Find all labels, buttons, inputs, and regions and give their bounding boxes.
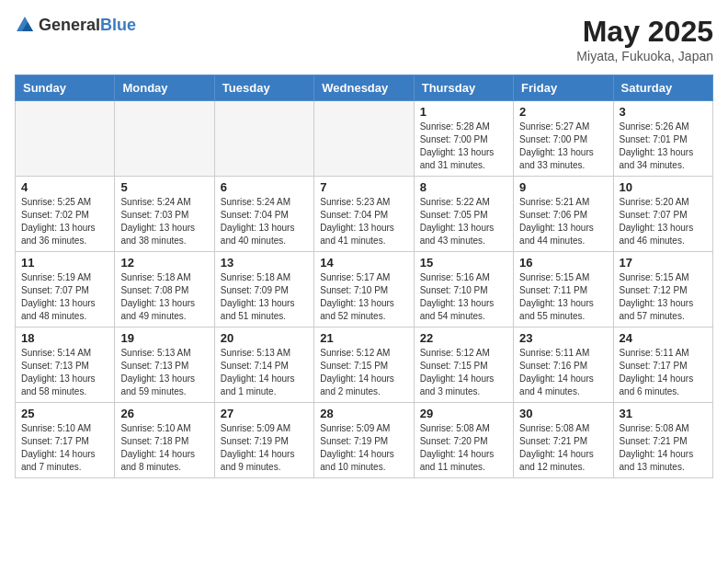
day-number: 12	[120, 256, 208, 270]
day-number: 19	[120, 331, 208, 345]
day-info: Sunrise: 5:08 AM Sunset: 7:21 PM Dayligh…	[519, 422, 607, 474]
day-info: Sunrise: 5:12 AM Sunset: 7:15 PM Dayligh…	[420, 347, 507, 398]
calendar-day-cell: 18Sunrise: 5:14 AM Sunset: 7:13 PM Dayli…	[16, 327, 115, 403]
weekday-header-wednesday: Wednesday	[314, 75, 414, 101]
logo-icon	[15, 15, 35, 35]
calendar-week-row: 25Sunrise: 5:10 AM Sunset: 7:17 PM Dayli…	[16, 403, 713, 478]
logo-text: GeneralBlue	[39, 16, 136, 35]
day-number: 21	[320, 331, 407, 345]
month-year-title: May 2025	[576, 15, 713, 49]
day-number: 30	[519, 407, 607, 420]
calendar-day-cell	[314, 101, 414, 177]
day-number: 11	[21, 256, 108, 270]
day-info: Sunrise: 5:24 AM Sunset: 7:04 PM Dayligh…	[221, 196, 308, 247]
day-info: Sunrise: 5:18 AM Sunset: 7:08 PM Dayligh…	[120, 271, 208, 323]
calendar-day-cell: 4Sunrise: 5:25 AM Sunset: 7:02 PM Daylig…	[16, 177, 115, 252]
title-block: May 2025 Miyata, Fukuoka, Japan	[576, 15, 713, 63]
calendar-day-cell: 8Sunrise: 5:22 AM Sunset: 7:05 PM Daylig…	[414, 177, 513, 252]
day-number: 5	[120, 180, 208, 194]
day-number: 28	[320, 407, 407, 420]
day-number: 26	[120, 407, 208, 420]
calendar-week-row: 18Sunrise: 5:14 AM Sunset: 7:13 PM Dayli…	[16, 327, 713, 403]
day-number: 22	[420, 331, 507, 345]
day-number: 1	[420, 105, 507, 119]
calendar-day-cell: 14Sunrise: 5:17 AM Sunset: 7:10 PM Dayli…	[314, 252, 414, 327]
calendar-day-cell: 23Sunrise: 5:11 AM Sunset: 7:16 PM Dayli…	[514, 327, 613, 403]
day-info: Sunrise: 5:13 AM Sunset: 7:14 PM Dayligh…	[221, 347, 308, 398]
calendar-day-cell: 30Sunrise: 5:08 AM Sunset: 7:21 PM Dayli…	[514, 403, 613, 478]
day-number: 16	[519, 256, 607, 270]
day-info: Sunrise: 5:23 AM Sunset: 7:04 PM Dayligh…	[320, 196, 407, 247]
day-info: Sunrise: 5:11 AM Sunset: 7:17 PM Dayligh…	[620, 347, 707, 398]
calendar-day-cell: 24Sunrise: 5:11 AM Sunset: 7:17 PM Dayli…	[613, 327, 712, 403]
day-number: 10	[620, 180, 707, 194]
calendar-day-cell: 16Sunrise: 5:15 AM Sunset: 7:11 PM Dayli…	[514, 252, 613, 327]
day-info: Sunrise: 5:25 AM Sunset: 7:02 PM Dayligh…	[21, 196, 108, 247]
location-subtitle: Miyata, Fukuoka, Japan	[576, 49, 713, 63]
calendar-day-cell: 15Sunrise: 5:16 AM Sunset: 7:10 PM Dayli…	[414, 252, 513, 327]
weekday-header-saturday: Saturday	[613, 75, 712, 101]
calendar-day-cell: 6Sunrise: 5:24 AM Sunset: 7:04 PM Daylig…	[214, 177, 313, 252]
day-number: 27	[221, 407, 308, 420]
calendar-day-cell: 1Sunrise: 5:28 AM Sunset: 7:00 PM Daylig…	[414, 101, 513, 177]
day-number: 25	[21, 407, 108, 420]
day-number: 23	[519, 331, 607, 345]
day-info: Sunrise: 5:24 AM Sunset: 7:03 PM Dayligh…	[120, 196, 208, 247]
calendar-day-cell: 20Sunrise: 5:13 AM Sunset: 7:14 PM Dayli…	[214, 327, 313, 403]
day-info: Sunrise: 5:09 AM Sunset: 7:19 PM Dayligh…	[221, 422, 308, 474]
day-info: Sunrise: 5:14 AM Sunset: 7:13 PM Dayligh…	[21, 347, 108, 398]
calendar-day-cell: 21Sunrise: 5:12 AM Sunset: 7:15 PM Dayli…	[314, 327, 414, 403]
day-number: 29	[420, 407, 507, 420]
calendar-week-row: 11Sunrise: 5:19 AM Sunset: 7:07 PM Dayli…	[16, 252, 713, 327]
day-info: Sunrise: 5:11 AM Sunset: 7:16 PM Dayligh…	[519, 347, 607, 398]
calendar-day-cell: 3Sunrise: 5:26 AM Sunset: 7:01 PM Daylig…	[613, 101, 712, 177]
day-info: Sunrise: 5:26 AM Sunset: 7:01 PM Dayligh…	[620, 121, 707, 172]
day-info: Sunrise: 5:12 AM Sunset: 7:15 PM Dayligh…	[320, 347, 407, 398]
calendar-week-row: 1Sunrise: 5:28 AM Sunset: 7:00 PM Daylig…	[16, 101, 713, 177]
day-info: Sunrise: 5:17 AM Sunset: 7:10 PM Dayligh…	[320, 271, 407, 323]
calendar-day-cell: 17Sunrise: 5:15 AM Sunset: 7:12 PM Dayli…	[613, 252, 712, 327]
day-info: Sunrise: 5:10 AM Sunset: 7:17 PM Dayligh…	[21, 422, 108, 474]
calendar-day-cell: 9Sunrise: 5:21 AM Sunset: 7:06 PM Daylig…	[514, 177, 613, 252]
day-number: 14	[320, 256, 407, 270]
day-info: Sunrise: 5:09 AM Sunset: 7:19 PM Dayligh…	[320, 422, 407, 474]
calendar-day-cell: 29Sunrise: 5:08 AM Sunset: 7:20 PM Dayli…	[414, 403, 513, 478]
weekday-header-thursday: Thursday	[414, 75, 513, 101]
calendar-day-cell: 12Sunrise: 5:18 AM Sunset: 7:08 PM Dayli…	[115, 252, 214, 327]
calendar-day-cell: 22Sunrise: 5:12 AM Sunset: 7:15 PM Dayli…	[414, 327, 513, 403]
calendar-day-cell: 5Sunrise: 5:24 AM Sunset: 7:03 PM Daylig…	[115, 177, 214, 252]
calendar-table: SundayMondayTuesdayWednesdayThursdayFrid…	[15, 75, 713, 478]
weekday-header-sunday: Sunday	[16, 75, 115, 101]
day-info: Sunrise: 5:22 AM Sunset: 7:05 PM Dayligh…	[420, 196, 507, 247]
weekday-header-tuesday: Tuesday	[214, 75, 313, 101]
day-number: 17	[620, 256, 707, 270]
day-number: 31	[620, 407, 707, 420]
day-info: Sunrise: 5:28 AM Sunset: 7:00 PM Dayligh…	[420, 121, 507, 172]
day-number: 3	[620, 105, 707, 119]
day-number: 8	[420, 180, 507, 194]
calendar-day-cell: 11Sunrise: 5:19 AM Sunset: 7:07 PM Dayli…	[16, 252, 115, 327]
day-number: 20	[221, 331, 308, 345]
day-info: Sunrise: 5:20 AM Sunset: 7:07 PM Dayligh…	[620, 196, 707, 247]
day-info: Sunrise: 5:27 AM Sunset: 7:00 PM Dayligh…	[519, 121, 607, 172]
logo: GeneralBlue	[15, 15, 136, 35]
day-number: 2	[519, 105, 607, 119]
calendar-day-cell: 2Sunrise: 5:27 AM Sunset: 7:00 PM Daylig…	[514, 101, 613, 177]
calendar-day-cell	[214, 101, 313, 177]
calendar-day-cell	[16, 101, 115, 177]
calendar-day-cell: 31Sunrise: 5:08 AM Sunset: 7:21 PM Dayli…	[613, 403, 712, 478]
day-number: 4	[21, 180, 108, 194]
day-number: 18	[21, 331, 108, 345]
day-info: Sunrise: 5:19 AM Sunset: 7:07 PM Dayligh…	[21, 271, 108, 323]
day-number: 24	[620, 331, 707, 345]
calendar-day-cell: 25Sunrise: 5:10 AM Sunset: 7:17 PM Dayli…	[16, 403, 115, 478]
weekday-header-row: SundayMondayTuesdayWednesdayThursdayFrid…	[16, 75, 713, 101]
logo-general: General	[39, 16, 100, 34]
calendar-day-cell: 26Sunrise: 5:10 AM Sunset: 7:18 PM Dayli…	[115, 403, 214, 478]
day-info: Sunrise: 5:10 AM Sunset: 7:18 PM Dayligh…	[120, 422, 208, 474]
calendar-day-cell	[115, 101, 214, 177]
day-info: Sunrise: 5:13 AM Sunset: 7:13 PM Dayligh…	[120, 347, 208, 398]
page-header: GeneralBlue May 2025 Miyata, Fukuoka, Ja…	[15, 15, 713, 63]
day-info: Sunrise: 5:08 AM Sunset: 7:21 PM Dayligh…	[620, 422, 707, 474]
day-info: Sunrise: 5:16 AM Sunset: 7:10 PM Dayligh…	[420, 271, 507, 323]
